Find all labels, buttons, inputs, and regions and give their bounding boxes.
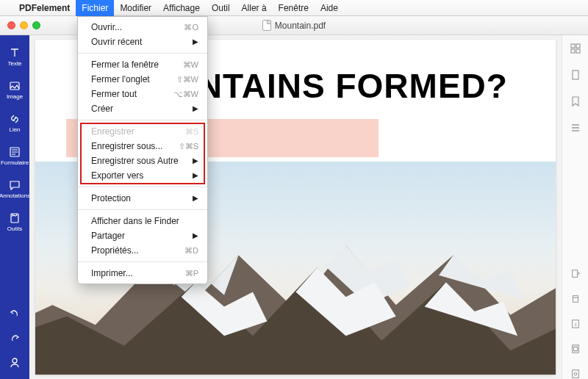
window-zoom-button[interactable] (32, 21, 40, 29)
zoom-icon[interactable] (570, 369, 581, 379)
menu-item-shortcut: ⇧⌘W (176, 73, 198, 86)
menu-group: Afficher dans le FinderPartager▶Propriét… (78, 214, 207, 258)
menu-aide[interactable]: Aide (315, 0, 344, 16)
menu-item-label: Fermer la fenêtre (91, 58, 159, 71)
menu-item[interactable]: Ouvrir...⌘O (78, 20, 207, 35)
svg-rect-14 (571, 49, 575, 53)
menu-outil[interactable]: Outil (206, 0, 236, 16)
form-icon (9, 146, 21, 158)
svg-rect-13 (576, 44, 580, 48)
menu-item-shortcut: ⌥⌘W (173, 87, 198, 101)
menu-item[interactable]: Fermer l'onglet⇧⌘W (78, 72, 207, 87)
page-number-icon[interactable]: 3 (570, 319, 581, 329)
menu-item[interactable]: Protection▶ (78, 191, 207, 206)
menu-item-label: Fermer tout (91, 87, 137, 101)
single-page-icon[interactable] (570, 69, 581, 81)
menu-group: Imprimer...⌘P (78, 266, 207, 281)
tool-texte[interactable]: Texte (0, 41, 29, 74)
submenu-arrow-icon: ▶ (193, 229, 198, 242)
redo-icon[interactable] (9, 332, 21, 344)
menu-fichier[interactable]: Fichier (76, 0, 114, 16)
menu-item-label: Ouvrir récent (91, 35, 142, 48)
menu-item-label: Exporter vers (91, 169, 143, 182)
menu-item[interactable]: Fermer la fenêtre⌘W (78, 57, 207, 72)
tool-label: Formulaire (1, 159, 29, 166)
menu-item-shortcut: ⌘P (185, 267, 198, 280)
svg-rect-12 (571, 44, 575, 48)
right-rail: 3 (562, 35, 588, 379)
tool-formulaire[interactable]: Formulaire (0, 140, 29, 173)
file-menu-dropdown: Ouvrir...⌘OOuvrir récent▶Fermer la fenêt… (77, 16, 208, 284)
menu-item-label: Enregistrer (91, 125, 135, 138)
menu-item-label: Imprimer... (91, 267, 133, 280)
submenu-arrow-icon: ▶ (193, 35, 198, 48)
menu-fenetre[interactable]: Fenêtre (273, 0, 315, 16)
tool-label: Annotations (0, 192, 30, 199)
svg-point-3 (12, 358, 17, 363)
svg-rect-18 (573, 296, 578, 303)
menu-affichage[interactable]: Affichage (157, 0, 206, 16)
menu-item-label: Ouvrir... (91, 21, 122, 34)
menu-item[interactable]: Propriétés...⌘D (78, 243, 207, 258)
svg-text:3: 3 (574, 322, 577, 327)
menu-item[interactable]: Afficher dans le Finder (78, 214, 207, 228)
menu-item[interactable]: Enregistrer sous Autre▶ (78, 154, 207, 168)
menu-item[interactable]: Fermer tout⌥⌘W (78, 87, 207, 101)
menu-item-shortcut: ⌘W (183, 58, 198, 71)
menu-item-label: Afficher dans le Finder (91, 214, 179, 228)
tool-lien[interactable]: Lien (0, 107, 29, 140)
document-title-text: Mountain.pdf (275, 21, 326, 31)
thumbnails-icon[interactable] (570, 43, 581, 54)
left-sidebar: Texte Image Lien Formulaire Annotations (0, 35, 29, 379)
menu-item-label: Partager (91, 229, 125, 242)
submenu-arrow-icon: ▶ (193, 169, 198, 182)
tool-outils[interactable]: Outils (0, 206, 29, 239)
page-fit-icon[interactable] (570, 344, 581, 354)
menu-item[interactable]: Créer▶ (78, 101, 207, 116)
menu-item-label: Propriétés... (91, 244, 139, 257)
link-icon (9, 113, 21, 125)
traffic-lights (0, 21, 40, 29)
bookmark-icon[interactable] (570, 95, 581, 107)
menu-group: Protection▶ (78, 191, 207, 206)
text-icon (9, 47, 21, 59)
menu-item-label: Enregistrer sous... (91, 140, 162, 153)
menu-modifier[interactable]: Modifier (114, 0, 157, 16)
menu-item-shortcut: ⌘O (184, 21, 198, 34)
menu-item-shortcut: ⌘D (184, 244, 198, 257)
tools-icon (9, 212, 21, 224)
menu-item-shortcut: ⇧⌘S (179, 140, 198, 153)
menu-aller-a[interactable]: Aller à (236, 0, 273, 16)
tool-label: Texte (7, 60, 21, 67)
submenu-arrow-icon: ▶ (193, 154, 198, 167)
svg-rect-22 (572, 370, 578, 378)
menu-item-label: Fermer l'onglet (91, 73, 150, 86)
window-close-button[interactable] (7, 21, 15, 29)
menu-item-label: Protection (91, 192, 131, 205)
svg-rect-17 (572, 270, 577, 278)
tool-label: Image (7, 93, 23, 100)
user-icon[interactable] (9, 357, 21, 369)
window-minimize-button[interactable] (20, 21, 28, 29)
tool-image[interactable]: Image (0, 74, 29, 107)
crop-icon[interactable] (570, 294, 581, 304)
submenu-arrow-icon: ▶ (193, 192, 198, 205)
menu-item-label: Enregistrer sous Autre (91, 154, 179, 167)
menu-item[interactable]: Imprimer...⌘P (78, 266, 207, 281)
annotations-icon (9, 179, 21, 191)
menu-item-shortcut: ⌘S (185, 125, 198, 138)
menu-item[interactable]: Exporter vers▶ (78, 168, 207, 183)
tool-annotations[interactable]: Annotations (0, 173, 29, 206)
menu-item[interactable]: Partager▶ (78, 228, 207, 243)
menu-item[interactable]: Ouvrir récent▶ (78, 35, 207, 49)
menu-item-label: Créer (91, 102, 113, 115)
menu-group: Ouvrir...⌘OOuvrir récent▶ (78, 20, 207, 49)
menu-group: Enregistrer⌘SEnregistrer sous...⇧⌘SEnreg… (78, 124, 207, 183)
menu-item[interactable]: Enregistrer sous...⇧⌘S (78, 139, 207, 154)
export-icon[interactable] (570, 269, 581, 279)
undo-icon[interactable] (9, 307, 21, 319)
mac-menubar: PDFelement Fichier Modifier Affichage Ou… (0, 0, 588, 16)
app-name[interactable]: PDFelement (13, 3, 76, 13)
tool-label: Lien (9, 126, 20, 133)
list-icon[interactable] (570, 122, 581, 134)
